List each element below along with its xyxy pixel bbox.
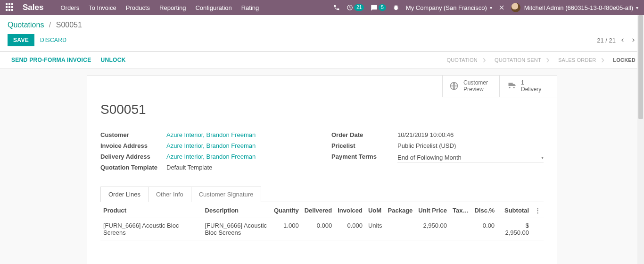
quotation-template-value[interactable]: Default Template bbox=[166, 164, 212, 171]
menu-products[interactable]: Products bbox=[126, 4, 150, 11]
apps-icon[interactable] bbox=[6, 3, 14, 12]
breadcrumb-current: S00051 bbox=[56, 21, 82, 29]
pager: 21 / 21 bbox=[597, 37, 636, 44]
nav-right: 21 5 My Company (San Francisco) Mitchell… bbox=[333, 3, 638, 12]
activities-badge: 21 bbox=[354, 4, 364, 11]
cell-unit-price[interactable]: 2,950.00 bbox=[415, 218, 450, 240]
stat-preview-line2: Preview bbox=[463, 86, 488, 93]
pager-prev-icon[interactable] bbox=[619, 37, 626, 43]
customer-value[interactable]: Azure Interior, Brandon Freeman bbox=[166, 131, 256, 138]
payment-terms-label: Payment Terms bbox=[331, 153, 397, 162]
order-date-label: Order Date bbox=[331, 131, 397, 138]
send-proforma-button[interactable]: SEND PRO-FORMA INVOICE bbox=[8, 57, 95, 63]
status-steps: QUOTATION QUOTATION SENT SALES ORDER LOC… bbox=[437, 52, 644, 68]
col-quantity[interactable]: Quantity bbox=[271, 202, 302, 218]
cell-product[interactable]: [FURN_6666] Acoustic Bloc Screens bbox=[100, 218, 202, 240]
cell-taxes[interactable] bbox=[450, 218, 471, 240]
breadcrumb: Quotations / S00051 bbox=[0, 15, 644, 31]
step-quotation-sent[interactable]: QUOTATION SENT bbox=[485, 52, 549, 68]
avatar bbox=[511, 3, 520, 12]
pager-next-icon[interactable] bbox=[630, 37, 636, 43]
invoice-address-value[interactable]: Azure Interior, Brandon Freeman bbox=[166, 142, 256, 149]
tab-customer-signature[interactable]: Customer Signature bbox=[191, 187, 262, 202]
cell-delivered[interactable]: 0.000 bbox=[302, 218, 335, 240]
discard-button[interactable]: DISCARD bbox=[34, 34, 72, 46]
notebook-tabs: Order Lines Other Info Customer Signatur… bbox=[100, 186, 544, 202]
cell-package[interactable] bbox=[385, 218, 416, 240]
menu-orders[interactable]: Orders bbox=[60, 4, 79, 11]
pricelist-label: Pricelist bbox=[331, 142, 397, 149]
app-brand[interactable]: Sales bbox=[23, 3, 43, 12]
tab-order-lines[interactable]: Order Lines bbox=[100, 187, 149, 202]
col-unit-price[interactable]: Unit Price bbox=[415, 202, 450, 218]
col-taxes[interactable]: Tax… bbox=[450, 202, 471, 218]
step-sales-order[interactable]: SALES ORDER bbox=[549, 52, 603, 68]
unlock-button[interactable]: UNLOCK bbox=[97, 57, 130, 63]
payment-terms-select[interactable]: End of Following Month ▾ bbox=[397, 153, 544, 162]
payment-terms-value: End of Following Month bbox=[397, 154, 462, 161]
user-menu[interactable]: Mitchell Admin (660315-13-0-f80e05-all) bbox=[511, 3, 638, 12]
status-bar: SEND PRO-FORMA INVOICE UNLOCK QUOTATION … bbox=[0, 51, 644, 68]
cell-disc[interactable]: 0.00 bbox=[471, 218, 497, 240]
tab-other-info[interactable]: Other Info bbox=[149, 187, 191, 202]
stat-delivery-line2: Delivery bbox=[521, 86, 541, 93]
breadcrumb-root[interactable]: Quotations bbox=[8, 21, 44, 29]
activities-icon[interactable]: 21 bbox=[347, 4, 364, 11]
cell-description[interactable]: [FURN_6666] Acoustic Bloc Screens bbox=[202, 218, 271, 240]
quotation-template-label: Quotation Template bbox=[100, 164, 166, 171]
step-quotation[interactable]: QUOTATION bbox=[437, 52, 485, 68]
close-icon[interactable] bbox=[499, 5, 504, 10]
cell-uom[interactable]: Units bbox=[365, 218, 385, 240]
record-title: S00051 bbox=[100, 102, 544, 117]
delivery-button[interactable]: 1 Delivery bbox=[500, 75, 557, 97]
window-scrollbar[interactable] bbox=[637, 15, 644, 264]
invoice-address-label: Invoice Address bbox=[100, 142, 166, 149]
menu-reporting[interactable]: Reporting bbox=[159, 4, 186, 11]
col-package[interactable]: Package bbox=[385, 202, 416, 218]
cell-invoiced[interactable]: 0.000 bbox=[335, 218, 365, 240]
top-navbar: Sales Orders To Invoice Products Reporti… bbox=[0, 0, 644, 15]
menu-configuration[interactable]: Configuration bbox=[195, 4, 231, 11]
col-subtotal[interactable]: Subtotal bbox=[497, 202, 532, 218]
col-uom[interactable]: UoM bbox=[365, 202, 385, 218]
customer-preview-button[interactable]: Customer Preview bbox=[442, 75, 500, 97]
pager-position: 21 / 21 bbox=[597, 37, 616, 44]
debug-icon[interactable] bbox=[393, 4, 399, 11]
delivery-address-label: Delivery Address bbox=[100, 153, 166, 160]
table-row[interactable]: [FURN_6666] Acoustic Bloc Screens [FURN_… bbox=[100, 218, 544, 240]
customer-label: Customer bbox=[100, 131, 166, 138]
pricelist-value: Public Pricelist (USD) bbox=[397, 142, 456, 149]
main-menu: Orders To Invoice Products Reporting Con… bbox=[60, 4, 259, 11]
col-disc[interactable]: Disc.% bbox=[471, 202, 497, 218]
globe-icon bbox=[449, 81, 459, 91]
col-product[interactable]: Product bbox=[100, 202, 202, 218]
messages-icon[interactable]: 5 bbox=[371, 4, 386, 11]
chevron-down-icon: ▾ bbox=[541, 155, 544, 160]
control-panel: Quotations / S00051 SAVE DISCARD 21 / 21 bbox=[0, 15, 644, 51]
stat-preview-line1: Customer bbox=[463, 79, 488, 86]
messages-badge: 5 bbox=[379, 4, 386, 11]
delivery-address-value[interactable]: Azure Interior, Brandon Freeman bbox=[166, 153, 256, 160]
scrollbar-thumb[interactable] bbox=[638, 15, 643, 119]
menu-rating[interactable]: Rating bbox=[241, 4, 259, 11]
col-description[interactable]: Description bbox=[202, 202, 271, 218]
cell-quantity[interactable]: 1.000 bbox=[271, 218, 302, 240]
company-name: My Company (San Francisco) bbox=[406, 4, 487, 11]
menu-to-invoice[interactable]: To Invoice bbox=[89, 4, 116, 11]
save-button[interactable]: SAVE bbox=[8, 34, 34, 46]
stat-delivery-line1: 1 bbox=[521, 79, 541, 86]
col-delivered[interactable]: Delivered bbox=[302, 202, 335, 218]
col-invoiced[interactable]: Invoiced bbox=[335, 202, 365, 218]
col-options-icon[interactable]: ⋮ bbox=[532, 202, 544, 218]
cell-subtotal[interactable]: $ 2,950.00 bbox=[497, 218, 532, 240]
truck-icon bbox=[507, 81, 516, 91]
order-lines-table: Product Description Quantity Delivered I… bbox=[100, 202, 544, 240]
order-date-value: 10/21/2019 10:00:46 bbox=[397, 131, 454, 138]
form-sheet: Customer Preview 1 Delivery S00051 C bbox=[87, 75, 557, 264]
company-switcher[interactable]: My Company (San Francisco) bbox=[406, 4, 492, 11]
phone-icon[interactable] bbox=[333, 4, 340, 11]
user-name: Mitchell Admin (660315-13-0-f80e05-all) bbox=[524, 4, 633, 11]
